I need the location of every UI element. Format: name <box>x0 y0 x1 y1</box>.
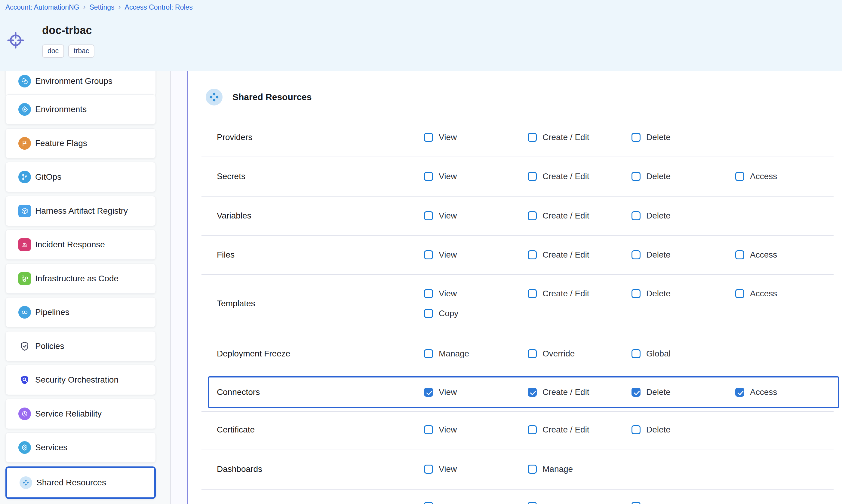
sidebar-item-feature-flags[interactable]: Feature Flags <box>5 128 156 158</box>
checkbox-unchecked[interactable] <box>424 309 433 318</box>
checkbox-unchecked[interactable] <box>424 289 433 298</box>
checkbox-unchecked[interactable] <box>424 425 433 434</box>
checkbox-unchecked[interactable] <box>528 250 537 259</box>
checkbox-unchecked[interactable] <box>735 289 744 298</box>
permission-cell-create-edit[interactable]: Create / Edit <box>528 250 590 260</box>
permission-cell-view[interactable]: View <box>424 211 457 221</box>
gitops-icon <box>18 171 31 183</box>
permission-cell-manage[interactable]: Manage <box>528 464 573 474</box>
permission-cell-delete[interactable]: Delete <box>631 289 671 299</box>
permission-cell-create-edit[interactable]: Create / Edit <box>528 388 590 397</box>
permission-cell-create-edit[interactable]: Create / Edit <box>528 132 590 142</box>
checkbox-unchecked[interactable] <box>424 349 433 358</box>
permission-cell-create-edit[interactable]: Create / Edit <box>528 211 590 221</box>
permission-cell-global[interactable]: Global <box>631 349 671 359</box>
checkbox-unchecked[interactable] <box>528 425 537 434</box>
checkbox-checked[interactable] <box>528 388 537 397</box>
checkbox-checked[interactable] <box>424 388 433 397</box>
pipelines-icon <box>18 306 31 319</box>
checkbox-unchecked[interactable] <box>424 250 433 259</box>
permission-cell-access[interactable]: Access <box>735 289 777 299</box>
permission-cell-view[interactable]: View <box>424 388 457 397</box>
permission-cell-delete[interactable]: Delete <box>631 250 671 260</box>
checkbox-unchecked[interactable] <box>528 133 537 142</box>
checkbox-checked[interactable] <box>631 388 641 397</box>
infrastructure-as-code-icon <box>18 272 31 285</box>
permission-label: Create / Edit <box>543 172 590 181</box>
permission-cell-view[interactable]: View <box>424 425 457 435</box>
permission-cell-view[interactable]: View <box>424 464 457 474</box>
permission-cell[interactable] <box>528 502 537 504</box>
resource-row-label: Dashboards <box>217 464 262 474</box>
checkbox-unchecked[interactable] <box>631 172 641 181</box>
checkbox-unchecked[interactable] <box>424 133 433 142</box>
permission-cell-view[interactable]: View <box>424 289 457 299</box>
resource-row-label: Certificate <box>217 425 255 435</box>
sidebar-item-incident-response[interactable]: Incident Response <box>5 230 156 260</box>
sidebar-item-environment-groups[interactable]: Environment Groups <box>5 71 156 96</box>
permission-cell-view[interactable]: View <box>424 250 457 260</box>
checkbox-unchecked[interactable] <box>528 211 537 220</box>
checkbox-unchecked[interactable] <box>424 502 433 504</box>
permission-cell-view[interactable]: View <box>424 132 457 142</box>
checkbox-unchecked[interactable] <box>528 289 537 298</box>
breadcrumb-link[interactable]: Access Control: Roles <box>125 3 193 12</box>
sidebar-item-pipelines[interactable]: Pipelines <box>5 297 156 327</box>
sidebar-item-harness-artifact-registry[interactable]: Harness Artifact Registry <box>5 196 156 226</box>
permission-cell-access[interactable]: Access <box>735 172 777 181</box>
sidebar-item-label: Pipelines <box>35 307 69 317</box>
sidebar-item-policies[interactable]: Policies <box>5 331 156 361</box>
permission-cell[interactable] <box>631 502 641 504</box>
checkbox-checked[interactable] <box>735 388 744 397</box>
permission-cell-create-edit[interactable]: Create / Edit <box>528 172 590 181</box>
permission-cell-delete[interactable]: Delete <box>631 388 671 397</box>
permission-label: View <box>439 250 457 260</box>
checkbox-unchecked[interactable] <box>735 250 744 259</box>
permission-label: View <box>439 388 457 397</box>
permission-cell[interactable] <box>424 502 433 504</box>
sidebar-item-label: GitOps <box>35 172 62 182</box>
checkbox-unchecked[interactable] <box>528 465 537 474</box>
sidebar-item-infrastructure-as-code[interactable]: Infrastructure as Code <box>5 264 156 294</box>
permission-cell-delete[interactable]: Delete <box>631 211 671 221</box>
checkbox-unchecked[interactable] <box>528 502 537 504</box>
checkbox-unchecked[interactable] <box>631 349 641 358</box>
checkbox-unchecked[interactable] <box>424 465 433 474</box>
permission-cell-copy[interactable]: Copy <box>424 309 458 318</box>
checkbox-unchecked[interactable] <box>424 172 433 181</box>
page-title: doc-trbac <box>42 24 92 37</box>
breadcrumb-link[interactable]: Settings <box>89 3 114 12</box>
breadcrumb-link[interactable]: Account: AutomationNG <box>5 3 79 12</box>
checkbox-unchecked[interactable] <box>631 425 641 434</box>
sidebar-item-gitops[interactable]: GitOps <box>5 162 156 192</box>
permission-cell-delete[interactable]: Delete <box>631 172 671 181</box>
sidebar-item-services[interactable]: Services <box>5 432 156 463</box>
permission-cell-access[interactable]: Access <box>735 388 777 397</box>
sidebar-item-service-reliability[interactable]: Service Reliability <box>5 399 156 429</box>
checkbox-unchecked[interactable] <box>631 133 641 142</box>
permission-cell-create-edit[interactable]: Create / Edit <box>528 289 590 299</box>
permission-cell-create-edit[interactable]: Create / Edit <box>528 425 590 435</box>
permission-cell-access[interactable]: Access <box>735 250 777 260</box>
checkbox-unchecked[interactable] <box>528 349 537 358</box>
breadcrumb-separator-icon: › <box>83 3 85 11</box>
permission-cell-view[interactable]: View <box>424 172 457 181</box>
checkbox-unchecked[interactable] <box>631 211 641 220</box>
sidebar-item-environments[interactable]: Environments <box>5 94 156 124</box>
breadcrumb-separator-icon: › <box>119 3 121 11</box>
sidebar-item-shared-resources[interactable]: Shared Resources <box>5 466 156 499</box>
permission-cell-delete[interactable]: Delete <box>631 132 671 142</box>
permission-cell-delete[interactable]: Delete <box>631 425 671 435</box>
permission-cell-override[interactable]: Override <box>528 349 575 359</box>
checkbox-unchecked[interactable] <box>735 172 744 181</box>
checkbox-unchecked[interactable] <box>631 289 641 298</box>
incident-response-icon <box>18 238 31 251</box>
checkbox-unchecked[interactable] <box>528 172 537 181</box>
permission-cell-manage[interactable]: Manage <box>424 349 469 359</box>
permission-label: Delete <box>646 250 671 260</box>
row-divider <box>201 333 834 333</box>
checkbox-unchecked[interactable] <box>631 502 641 504</box>
checkbox-unchecked[interactable] <box>631 250 641 259</box>
sidebar-item-security-orchestration[interactable]: Security Orchestration <box>5 365 156 395</box>
checkbox-unchecked[interactable] <box>424 211 433 220</box>
